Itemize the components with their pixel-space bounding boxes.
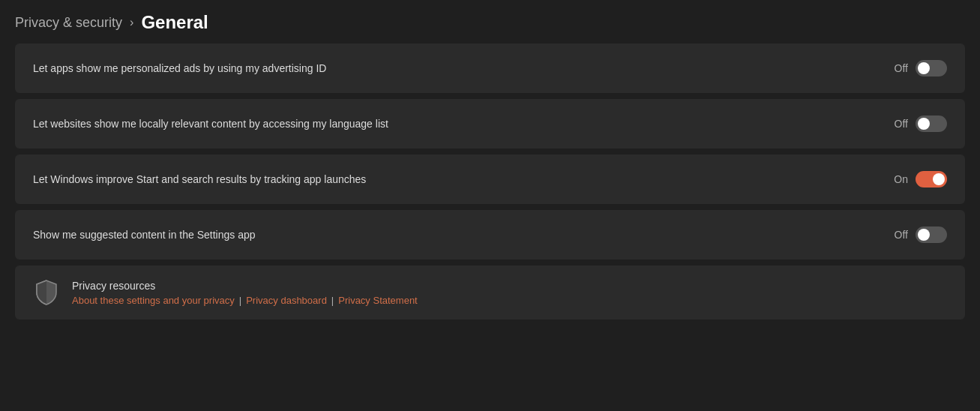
toggle-language-list[interactable] (916, 116, 947, 132)
toggle-knob-tracking-launches (933, 173, 945, 185)
breadcrumb: Privacy & security (15, 15, 122, 31)
toggle-advertising-id[interactable] (916, 60, 947, 76)
shield-icon (33, 279, 60, 306)
setting-row-language-list: Let websites show me locally relevant co… (15, 99, 965, 148)
toggle-status-suggested-content: Off (895, 229, 908, 241)
toggle-group-tracking-launches: On (894, 171, 947, 188)
setting-label-advertising-id: Let apps show me personalized ads by usi… (33, 62, 326, 74)
toggle-status-language-list: Off (895, 118, 908, 130)
setting-label-tracking-launches: Let Windows improve Start and search res… (33, 173, 366, 185)
resources-links: About these settings and your privacy | … (72, 295, 418, 306)
toggle-group-advertising-id: Off (895, 60, 947, 76)
setting-label-suggested-content: Show me suggested content in the Setting… (33, 229, 256, 241)
separator-2: | (331, 295, 334, 306)
link-privacy-dashboard[interactable]: Privacy dashboard (246, 295, 327, 306)
toggle-knob-suggested-content (918, 229, 930, 241)
toggle-knob-language-list (918, 118, 930, 130)
setting-row-advertising-id: Let apps show me personalized ads by usi… (15, 44, 965, 93)
setting-label-language-list: Let websites show me locally relevant co… (33, 118, 388, 130)
toggle-tracking-launches[interactable] (916, 171, 947, 188)
toggle-knob-advertising-id (918, 62, 930, 74)
setting-row-tracking-launches: Let Windows improve Start and search res… (15, 154, 965, 204)
toggle-suggested-content[interactable] (916, 226, 947, 243)
link-privacy-statement[interactable]: Privacy Statement (338, 295, 418, 306)
toggle-group-suggested-content: Off (895, 226, 947, 243)
toggle-status-advertising-id: Off (895, 62, 908, 74)
chevron-icon: › (130, 16, 133, 29)
toggle-group-language-list: Off (895, 116, 947, 132)
page-header: Privacy & security › General (0, 0, 980, 44)
page-title: General (141, 12, 208, 33)
privacy-resources-row: Privacy resources About these settings a… (15, 266, 965, 320)
resources-title: Privacy resources (72, 280, 418, 292)
separator-1: | (239, 295, 241, 306)
settings-list: Let apps show me personalized ads by usi… (0, 44, 980, 326)
setting-row-suggested-content: Show me suggested content in the Setting… (15, 210, 965, 260)
resources-text: Privacy resources About these settings a… (72, 280, 418, 306)
link-about-settings[interactable]: About these settings and your privacy (72, 295, 235, 306)
toggle-status-tracking-launches: On (894, 173, 908, 185)
